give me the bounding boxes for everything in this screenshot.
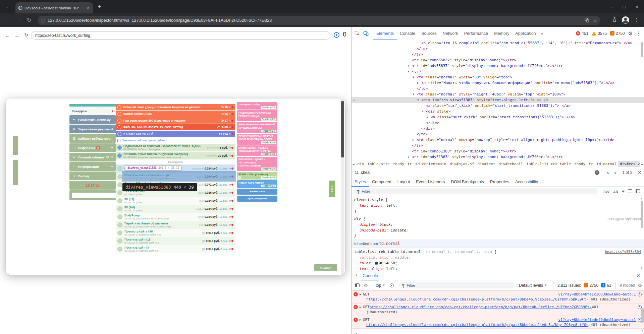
complain-icon[interactable] bbox=[231, 184, 233, 186]
tab-event-listeners[interactable]: Event Listeners bbox=[413, 177, 448, 187]
surf-row[interactable]: ↑Просмотр сайта #36ID: 20964 | Просмотр … bbox=[116, 229, 235, 237]
dom-tree-row[interactable]: ▶<td class="normal" nowrap="nowrap" styl… bbox=[352, 137, 644, 143]
styles-filter-input[interactable]: Filter bbox=[354, 188, 598, 194]
promo-block[interactable]: ФРИСПИНЫ БЕЗ ВЛОЖЕНИЙ ЛУЧШИЕ БОНУСЫ.Пере… bbox=[237, 122, 277, 133]
bell-icon[interactable] bbox=[229, 133, 231, 135]
promo-block[interactable]: ПОДПИШИСЬ+1000руб.За РЕПОСТ+100руб.Перей… bbox=[237, 110, 277, 121]
promo-go-link[interactable]: Перейти [25] bbox=[261, 168, 276, 170]
reload-icon[interactable]: ↻ bbox=[27, 17, 31, 23]
complain-icon[interactable] bbox=[231, 216, 233, 218]
dom-tree-row[interactable]: </tr> bbox=[352, 143, 644, 148]
breadcrumb-item[interactable]: div#echoall bbox=[497, 161, 525, 167]
clear-console-icon[interactable]: ⊘ bbox=[364, 283, 368, 288]
bell-icon[interactable] bbox=[229, 120, 231, 121]
up-arrow-icon[interactable]: ↑ bbox=[117, 247, 122, 252]
up-arrow-icon[interactable]: ↑ bbox=[117, 214, 122, 219]
css-property[interactable]: display: block; bbox=[354, 222, 642, 227]
bookmark-star-icon[interactable]: ☆ bbox=[593, 18, 597, 23]
bell-icon[interactable] bbox=[229, 232, 231, 234]
promo-block[interactable]: Новый гул в NotcoinПерейти [24] bbox=[237, 180, 277, 188]
tab-dom-breakpoints[interactable]: DOM Breakpoints bbox=[448, 177, 487, 187]
browser-menu-icon[interactable]: ⋮ bbox=[634, 17, 639, 23]
complain-icon[interactable] bbox=[231, 120, 233, 122]
up-arrow-icon[interactable]: ↑ bbox=[117, 166, 122, 171]
complain-icon[interactable] bbox=[231, 106, 233, 108]
screencast-url-input[interactable] bbox=[31, 31, 330, 40]
complain-icon[interactable] bbox=[231, 147, 233, 149]
dom-tree-row[interactable]: ▶<a title="Нажать чтобы получить больше … bbox=[352, 80, 644, 86]
tab-computed[interactable]: Computed bbox=[369, 177, 394, 187]
styles-scrollbar-thumb[interactable] bbox=[641, 201, 643, 228]
expand-closed-icon[interactable]: ▶ bbox=[427, 114, 431, 120]
bell-icon[interactable] bbox=[229, 168, 231, 170]
style-rule[interactable]: table.list_rek_table td.normal, td.norma… bbox=[352, 248, 644, 271]
expand-message-icon[interactable]: ▶ bbox=[360, 305, 361, 310]
dom-tree-row[interactable]: ▼<tr> bbox=[352, 69, 644, 74]
address-bar[interactable]: ⓘ 127.0.0.1:15206/devtools/inspector.htm… bbox=[38, 16, 600, 25]
task-title[interactable]: Подписаться на телеграм - заработок от 7… bbox=[123, 144, 205, 148]
breadcrumb-item[interactable]: div bbox=[356, 161, 366, 167]
search-prev-icon[interactable]: ∧ bbox=[606, 171, 609, 175]
page-sidebar-item[interactable]: ▦Кабинет вебмастера bbox=[69, 134, 116, 143]
surf-row[interactable]: ↑5V (L2)ID: 46724 | 5авс[15]0.024 руб.10… bbox=[116, 197, 235, 205]
expand-open-icon[interactable]: ▼ bbox=[422, 109, 426, 114]
console-error-message[interactable]: ✕▶GET https://challenges.cloudflare.com/… bbox=[352, 303, 644, 316]
expand-closed-icon[interactable]: ▶ bbox=[417, 80, 421, 86]
surf-title[interactable]: Просмотр сайта #36 bbox=[124, 230, 200, 233]
back-to-top-button[interactable]: Наверх bbox=[314, 264, 337, 271]
promo-go-link[interactable]: Перейти [13] bbox=[261, 106, 276, 109]
toggle-hover-state-button[interactable]: :hov bbox=[603, 189, 610, 193]
breadcrumb-item[interactable]: tbody bbox=[391, 161, 406, 167]
console-issues-blue-badge[interactable]: !61 bbox=[601, 283, 611, 288]
promo-go-link[interactable]: Перейти [39] bbox=[261, 141, 276, 144]
touch-emulation-icon[interactable] bbox=[343, 32, 346, 37]
beaker-icon[interactable] bbox=[612, 17, 617, 23]
console-prompt[interactable]: › bbox=[352, 329, 644, 334]
clear-search-icon[interactable]: ✕ bbox=[595, 170, 599, 175]
tab-styles[interactable]: Styles bbox=[352, 177, 369, 187]
expand-closed-icon[interactable]: ▶ bbox=[408, 63, 412, 69]
css-property[interactable]: text-align: left; bbox=[354, 203, 642, 208]
dom-tree-row[interactable]: <tr id="comp55837" style="display: none;… bbox=[352, 57, 644, 63]
bell-icon[interactable] bbox=[229, 126, 231, 128]
breadcrumb-item[interactable]: td.contentmain bbox=[414, 161, 448, 167]
complain-icon[interactable] bbox=[231, 248, 233, 250]
stylesheet-link[interactable]: head.css?v353:504 bbox=[605, 249, 641, 255]
styles-pane[interactable]: element.style {text-align: left;}div {us… bbox=[352, 196, 644, 271]
breadcrumb-item[interactable]: table.site bbox=[366, 161, 391, 167]
bell-icon[interactable] bbox=[229, 155, 231, 156]
breadcrumb-item[interactable]: tbody bbox=[573, 161, 587, 167]
computed-panel-icon[interactable] bbox=[636, 189, 640, 193]
screencast-reload-icon[interactable]: ↻ bbox=[24, 32, 29, 38]
translate-icon[interactable]: a文 bbox=[585, 18, 589, 23]
surf-row[interactable]: ↑5V (1-6)ID: 48771 | 5авс[1261]0.024 руб… bbox=[116, 205, 235, 213]
page-sidebar-item[interactable]: +Разместить рекламу bbox=[69, 115, 116, 124]
warning-count-badge[interactable]: 3575 bbox=[592, 31, 607, 36]
up-arrow-icon[interactable]: ↑ bbox=[117, 190, 122, 195]
styles-scroll-down-icon[interactable]: ▼ bbox=[640, 267, 643, 270]
surf-row[interactable]: ↑Посетить сайт #3ID: 20232 | Посетить са… bbox=[116, 245, 235, 253]
promo-block[interactable]: Crypto Games - ТОЛЬКО ТОПОВЫЕ КРИПТО ИГР… bbox=[237, 145, 277, 156]
profile-avatar[interactable] bbox=[622, 16, 629, 24]
dom-tree-row[interactable]: </tr> bbox=[352, 52, 644, 57]
tab-console[interactable]: Console bbox=[397, 27, 418, 40]
surf-title[interactable]: Перейти на Авито объявление bbox=[124, 222, 197, 225]
new-style-rule-icon[interactable]: + bbox=[622, 189, 625, 194]
device-toolbar-icon[interactable] bbox=[362, 29, 370, 38]
ad-banner-row[interactable]: 2 КЛИКА 500 РУБЛЕЙ204 bbox=[116, 131, 235, 137]
console-error-message[interactable]: ✕▶GETv1?ray=8bbe4effedef9dbe&lang=auto:1… bbox=[352, 316, 644, 329]
page-scrollbar-thumb[interactable] bbox=[341, 101, 344, 157]
bell-icon[interactable] bbox=[229, 240, 231, 242]
console-context-selector[interactable]: top▼ bbox=[376, 283, 385, 288]
back-icon[interactable]: ← bbox=[5, 17, 11, 23]
tab-application[interactable]: Application bbox=[512, 27, 539, 40]
console-settings-icon[interactable]: ⚙ bbox=[638, 282, 642, 288]
tab-sources[interactable]: Sources bbox=[418, 27, 440, 40]
css-property[interactable]: color: #114C5B; bbox=[354, 260, 642, 266]
dom-tree-row[interactable]: </div> bbox=[352, 126, 644, 131]
screencast-forward-icon[interactable]: → bbox=[14, 32, 19, 38]
dom-tree-row[interactable]: ▶<tr id="adv51383" style="display: none;… bbox=[352, 154, 644, 160]
ad-banner-row[interactable]: РФБ. 9%, МИН ВЫПЛАТА 1$, ЛЮБ. МЕТОД3468 bbox=[116, 124, 235, 130]
tab-network[interactable]: Network bbox=[440, 27, 461, 40]
up-arrow-icon[interactable]: ↑ bbox=[117, 206, 122, 211]
